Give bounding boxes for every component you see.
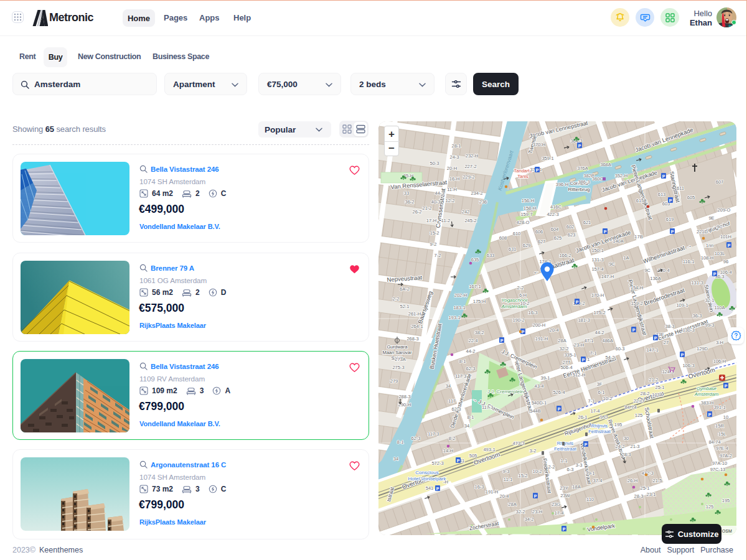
svg-text:47-1: 47-1 xyxy=(584,338,593,343)
svg-text:17-4: 17-4 xyxy=(590,408,599,414)
svg-text:613: 613 xyxy=(658,192,666,197)
svg-text:10-2: 10-2 xyxy=(520,301,529,306)
svg-text:6-1: 6-1 xyxy=(598,390,605,395)
svg-text:7-1: 7-1 xyxy=(590,350,597,356)
svg-text:279: 279 xyxy=(390,378,398,384)
svg-text:147-1: 147-1 xyxy=(646,347,658,353)
svg-text:131-3: 131-3 xyxy=(691,280,703,286)
svg-text:227-2: 227-2 xyxy=(464,164,476,169)
svg-text:17B: 17B xyxy=(634,234,642,240)
svg-text:15-2: 15-2 xyxy=(430,230,439,236)
svg-text:P: P xyxy=(563,527,566,531)
svg-text:21-3: 21-3 xyxy=(630,444,639,449)
svg-text:2-2: 2-2 xyxy=(548,464,555,470)
svg-text:27T: 27T xyxy=(563,360,571,365)
svg-text:20-4: 20-4 xyxy=(499,493,509,499)
svg-text:572-3: 572-3 xyxy=(431,460,443,466)
svg-text:P: P xyxy=(436,487,439,491)
svg-text:175-H: 175-H xyxy=(473,299,486,304)
svg-text:Rhijnvis: Rhijnvis xyxy=(557,441,574,446)
svg-text:62-3: 62-3 xyxy=(451,406,461,412)
svg-text:117 3: 117 3 xyxy=(455,373,466,379)
svg-text:60-3: 60-3 xyxy=(615,346,624,352)
svg-text:156-H: 156-H xyxy=(522,198,534,203)
svg-text:26-2: 26-2 xyxy=(412,209,421,215)
svg-text:Maan Sarovar: Maan Sarovar xyxy=(382,350,412,355)
svg-text:Gymbase: Gymbase xyxy=(697,386,716,391)
svg-text:14-H: 14-H xyxy=(443,448,453,454)
svg-text:602: 602 xyxy=(566,224,575,230)
svg-text:97A-10: 97A-10 xyxy=(712,460,727,466)
svg-text:101H: 101H xyxy=(720,234,731,240)
svg-text:541: 541 xyxy=(426,485,434,491)
svg-text:26-H: 26-H xyxy=(627,478,637,483)
svg-text:359-1: 359-1 xyxy=(542,156,553,161)
svg-text:Feithstraat: Feithstraat xyxy=(554,446,576,452)
svg-text:629: 629 xyxy=(523,243,531,248)
svg-text:20-H: 20-H xyxy=(447,166,457,171)
svg-text:23G: 23G xyxy=(552,502,560,507)
svg-text:Gurdwara: Gurdwara xyxy=(387,344,408,350)
svg-text:3F: 3F xyxy=(597,381,603,387)
svg-text:Tanis: Tanis xyxy=(517,174,529,179)
svg-text:97E-4: 97E-4 xyxy=(716,446,728,451)
svg-text:37-4: 37-4 xyxy=(593,478,602,483)
svg-text:611: 611 xyxy=(677,185,684,191)
svg-text:28-3: 28-3 xyxy=(621,452,631,457)
svg-text:2-2: 2-2 xyxy=(393,296,400,302)
svg-text:273A: 273A xyxy=(395,357,406,362)
svg-text:335-1: 335-1 xyxy=(564,352,576,358)
svg-text:26-1: 26-1 xyxy=(578,414,587,420)
svg-text:16-H: 16-H xyxy=(449,176,459,182)
svg-text:167-1: 167-1 xyxy=(469,284,481,289)
svg-text:9C: 9C xyxy=(644,268,651,273)
svg-text:84-74: 84-74 xyxy=(708,439,720,445)
svg-text:2-2: 2-2 xyxy=(517,285,524,291)
svg-text:15R: 15R xyxy=(715,423,724,429)
svg-text:175-2: 175-2 xyxy=(593,310,605,315)
svg-text:352-H: 352-H xyxy=(615,173,627,179)
svg-text:110: 110 xyxy=(586,497,594,502)
svg-text:Tandarts: Tandarts xyxy=(514,168,532,174)
svg-text:376A: 376A xyxy=(577,166,588,171)
svg-text:36-3: 36-3 xyxy=(692,313,702,319)
svg-text:140A: 140A xyxy=(613,238,624,244)
svg-text:10: 10 xyxy=(723,414,728,420)
svg-text:34: 34 xyxy=(446,383,451,389)
svg-text:615: 615 xyxy=(636,198,644,203)
svg-text:P: P xyxy=(708,413,712,417)
svg-text:P: P xyxy=(662,174,665,179)
svg-text:625: 625 xyxy=(554,235,562,241)
svg-text:23W: 23W xyxy=(560,493,570,498)
svg-text:6-3: 6-3 xyxy=(567,467,574,472)
svg-text:170-H: 170-H xyxy=(591,292,604,298)
svg-text:Feithstraat: Feithstraat xyxy=(588,429,611,434)
svg-text:34: 34 xyxy=(393,456,398,462)
svg-text:P: P xyxy=(725,384,728,388)
svg-text:12-2: 12-2 xyxy=(445,198,454,203)
svg-text:96: 96 xyxy=(723,259,728,264)
svg-text:11-H: 11-H xyxy=(447,187,457,192)
svg-text:P: P xyxy=(713,272,716,276)
svg-text:106-3: 106-3 xyxy=(682,363,694,368)
svg-text:473-3: 473-3 xyxy=(512,441,524,446)
svg-text:44-2: 44-2 xyxy=(466,348,475,354)
svg-text:P: P xyxy=(582,358,585,362)
svg-text:486A: 486A xyxy=(602,338,613,343)
svg-text:627: 627 xyxy=(538,239,546,245)
svg-text:131-3: 131-3 xyxy=(591,257,603,263)
svg-text:190-2: 190-2 xyxy=(512,317,524,323)
svg-text:195: 195 xyxy=(614,422,622,427)
svg-text:540D-1: 540D-1 xyxy=(532,400,547,406)
svg-text:606: 606 xyxy=(535,229,543,235)
svg-text:Amsterdam: Amsterdam xyxy=(694,391,718,397)
svg-text:166-2: 166-2 xyxy=(559,253,571,258)
svg-text:229-2: 229-2 xyxy=(463,174,474,180)
svg-text:Ritterbrug: Ritterbrug xyxy=(568,187,590,192)
svg-text:38-3: 38-3 xyxy=(665,324,674,329)
svg-text:32-2: 32-2 xyxy=(515,509,525,515)
svg-text:8-1: 8-1 xyxy=(467,414,474,420)
svg-text:288-3: 288-3 xyxy=(398,394,410,399)
svg-text:3-H: 3-H xyxy=(716,340,723,345)
svg-text:34: 34 xyxy=(464,423,469,429)
